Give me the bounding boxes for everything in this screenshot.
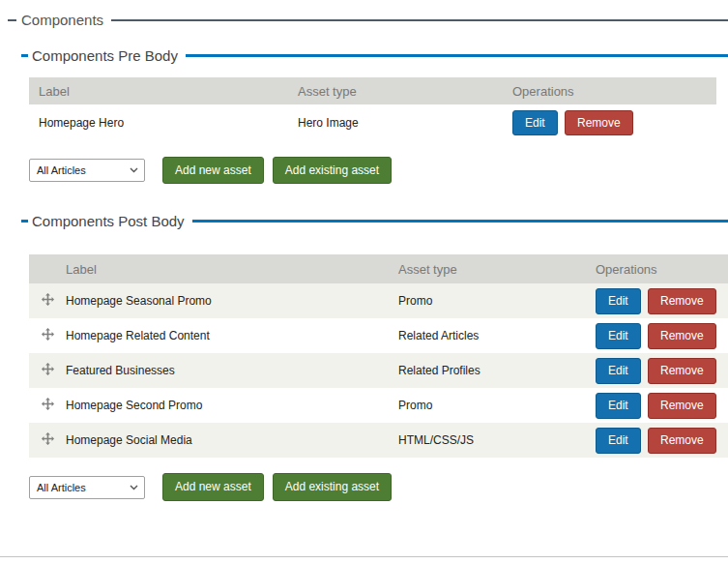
- components-page: Components Components Pre Body Label Ass…: [0, 0, 728, 564]
- legend-line: [192, 220, 728, 223]
- drag-handle-icon[interactable]: [42, 293, 54, 306]
- post-body-footer: All Articles Add new asset Add existing …: [29, 473, 728, 500]
- remove-button[interactable]: Remove: [648, 428, 716, 453]
- row-asset-type: Hero Image: [288, 104, 503, 141]
- row-asset-type: Promo: [398, 388, 596, 423]
- post-body-section: Components Post Body Label Asset type Op…: [21, 213, 728, 500]
- remove-button[interactable]: Remove: [648, 323, 716, 348]
- row-asset-type: Related Articles: [398, 318, 596, 353]
- column-header-operations: Operations: [596, 254, 728, 283]
- post-body-legend: Components Post Body: [21, 213, 728, 229]
- edit-button[interactable]: Edit: [596, 428, 641, 453]
- column-header-label: Label: [29, 77, 288, 104]
- legend-dash: [21, 220, 28, 223]
- legend-dash: [8, 19, 16, 21]
- asset-filter-select[interactable]: All Articles: [29, 159, 145, 182]
- add-new-asset-button[interactable]: Add new asset: [162, 157, 264, 184]
- table-row: Homepage Hero Hero Image Edit Remove: [29, 104, 716, 141]
- chevron-down-icon: [130, 167, 138, 173]
- remove-button[interactable]: Remove: [648, 288, 716, 313]
- table-row: Homepage Second Promo Promo Edit Remove: [29, 388, 728, 423]
- legend-line: [186, 54, 728, 57]
- drag-handle-icon[interactable]: [42, 432, 54, 445]
- edit-button[interactable]: Edit: [596, 393, 641, 418]
- add-existing-asset-button[interactable]: Add existing asset: [273, 473, 392, 500]
- edit-button[interactable]: Edit: [596, 323, 641, 348]
- add-existing-asset-button[interactable]: Add existing asset: [273, 157, 392, 184]
- edit-button[interactable]: Edit: [512, 110, 558, 135]
- column-header-operations: Operations: [503, 77, 716, 104]
- page-title[interactable]: Components: [21, 12, 103, 28]
- pre-body-table: Label Asset type Operations Homepage Her…: [29, 77, 716, 141]
- row-asset-type: Related Profiles: [398, 353, 596, 388]
- remove-button[interactable]: Remove: [648, 358, 716, 383]
- row-label: Homepage Second Promo: [66, 388, 398, 423]
- components-fieldset-legend: Components: [8, 12, 728, 28]
- row-label: Homepage Seasonal Promo: [66, 283, 398, 318]
- table-header-row: Label Asset type Operations: [29, 254, 728, 283]
- pre-body-footer: All Articles Add new asset Add existing …: [29, 157, 728, 184]
- pre-body-legend: Components Pre Body: [21, 47, 728, 64]
- column-header-label: Label: [66, 254, 398, 283]
- column-header-asset-type: Asset type: [288, 77, 503, 104]
- edit-button[interactable]: Edit: [596, 288, 641, 313]
- row-label: Featured Businesses: [66, 353, 398, 388]
- column-header-drag: [29, 254, 66, 283]
- drag-handle-icon[interactable]: [42, 398, 54, 410]
- table-row: Homepage Seasonal Promo Promo Edit Remov…: [29, 283, 728, 318]
- drag-handle-icon[interactable]: [42, 363, 54, 375]
- table-row: Featured Businesses Related Profiles Edi…: [29, 353, 728, 388]
- legend-dash: [21, 54, 28, 57]
- row-label: Homepage Related Content: [66, 318, 398, 353]
- row-label: Homepage Hero: [29, 104, 288, 141]
- table-row: Homepage Related Content Related Article…: [29, 318, 728, 353]
- row-asset-type: Promo: [398, 283, 596, 318]
- post-body-table: Label Asset type Operations Homepage Sea…: [29, 254, 728, 458]
- drag-handle-icon[interactable]: [42, 328, 54, 341]
- remove-button[interactable]: Remove: [565, 110, 633, 135]
- row-asset-type: HTML/CSS/JS: [398, 423, 596, 458]
- row-label: Homepage Social Media: [66, 423, 398, 458]
- chevron-down-icon: [130, 485, 138, 490]
- table-row: Homepage Social Media HTML/CSS/JS Edit R…: [29, 423, 728, 458]
- legend-line: [111, 19, 728, 21]
- select-value: All Articles: [37, 482, 86, 493]
- fieldset-bottom-border: [0, 556, 728, 557]
- edit-button[interactable]: Edit: [596, 358, 641, 383]
- pre-body-section: Components Pre Body Label Asset type Ope…: [21, 47, 728, 184]
- table-header-row: Label Asset type Operations: [29, 77, 716, 104]
- asset-filter-select[interactable]: All Articles: [29, 476, 145, 499]
- select-value: All Articles: [37, 164, 86, 176]
- remove-button[interactable]: Remove: [648, 393, 716, 418]
- column-header-asset-type: Asset type: [398, 254, 596, 283]
- pre-body-title[interactable]: Components Pre Body: [32, 47, 178, 64]
- post-body-title[interactable]: Components Post Body: [32, 213, 185, 229]
- add-new-asset-button[interactable]: Add new asset: [162, 473, 264, 500]
